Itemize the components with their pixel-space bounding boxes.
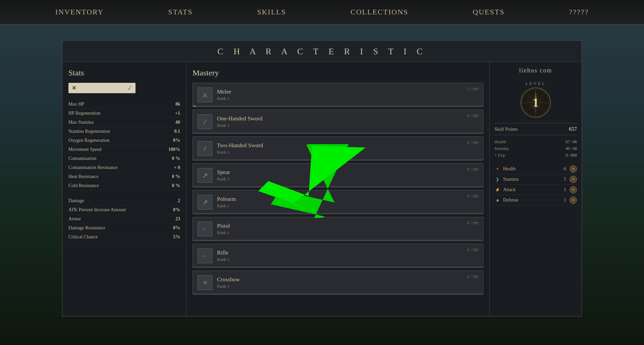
mastery-info: Pistol Rank 1 xyxy=(217,223,478,235)
attributes-list: Health 6 + Stamina 5 + Attack 1 + Defens… xyxy=(494,164,577,206)
clear-icon: ✕ xyxy=(72,85,76,91)
mastery-progress: 0 / 100 xyxy=(467,113,478,118)
stat-name: Cold Resistance xyxy=(68,183,99,188)
mastery-item-melee[interactable]: Melee Rank 1 1 / 100 xyxy=(193,83,483,107)
mastery-name: Two-Handed Sword xyxy=(217,142,478,149)
resource-row: Stamina 40 / 40 xyxy=(494,146,577,151)
panel-body: Stats ✕ 🖊 Max HP 86 HP Regeneration +1 M… xyxy=(62,62,582,316)
attr-name: Health xyxy=(503,166,564,172)
stat-row: Oxygen Regeneration 0% xyxy=(68,136,180,145)
stat-value: 0% xyxy=(173,225,180,231)
resource-bars: Health 67 / 86 Stamina 40 / 40 + Exp 0 /… xyxy=(494,139,577,159)
stat-value: 0% xyxy=(173,207,180,213)
stat-row: Max HP 86 xyxy=(68,100,180,109)
resource-value: 0 / 800 xyxy=(566,153,577,158)
stat-row: Contamination 0 % xyxy=(68,154,180,163)
panel-title: C H A R A C T E R I S T I C xyxy=(62,41,582,62)
mastery-progress: 0 / 100 xyxy=(467,194,478,199)
stats-column: Stats ✕ 🖊 Max HP 86 HP Regeneration +1 M… xyxy=(62,62,186,316)
stat-row: Stamina Regeneration 0.1 xyxy=(68,127,180,136)
attr-plus-button[interactable]: + xyxy=(570,165,577,173)
stat-value: 0.1 xyxy=(174,129,180,134)
mastery-progress: 0 / 100 xyxy=(467,221,478,226)
stat-row: ATK Percent Increase Amount 0% xyxy=(68,206,180,215)
attribute-row-stamina: Stamina 5 + xyxy=(494,174,577,185)
mastery-item-one-handed-sword[interactable]: One-Handed Sword Rank 1 0 / 100 xyxy=(193,110,483,134)
mastery-info: Melee Rank 1 xyxy=(217,89,478,101)
skill-points-value: 657 xyxy=(569,126,577,132)
stat-name: Contamination xyxy=(68,156,96,161)
mastery-progress: 0 / 100 xyxy=(467,140,478,145)
mastery-icon-pistol xyxy=(198,222,212,236)
mastery-bar-fill xyxy=(193,106,196,107)
stat-name: Stamina Regeneration xyxy=(68,129,110,134)
stat-value: 100% xyxy=(168,147,180,152)
stat-name: Damage xyxy=(68,198,84,204)
mastery-bar xyxy=(193,132,483,133)
mastery-info: Polearm Rank 1 xyxy=(217,196,478,209)
attr-value: 1 xyxy=(564,187,566,192)
stat-row: Critical Chance 5% xyxy=(68,233,180,242)
stat-value: 23 xyxy=(175,216,180,222)
mastery-rank: Rank 1 xyxy=(217,176,478,182)
stat-name: Oxygen Regeneration xyxy=(68,138,109,143)
mastery-item-pistol[interactable]: Pistol Rank 1 0 / 100 xyxy=(193,217,483,241)
stat-name: Heat Resistance xyxy=(68,174,99,179)
nav-item-stats[interactable]: Stats xyxy=(163,5,198,19)
mastery-icon-symbol xyxy=(202,198,208,206)
stat-name: ATK Percent Increase Amount xyxy=(68,207,126,213)
stat-value: + 0 xyxy=(174,165,180,170)
stat-row: Contamination Resistance + 0 xyxy=(68,163,180,172)
search-bar[interactable]: ✕ 🖊 xyxy=(68,83,136,93)
resource-label: + Exp xyxy=(494,153,515,158)
nav-item-collections[interactable]: Collections xyxy=(345,5,414,19)
mastery-bar xyxy=(193,186,483,187)
level-label: LEVEL xyxy=(525,81,546,86)
mastery-icon-two-handed-sword xyxy=(198,141,212,156)
mastery-item-two-handed-sword[interactable]: Two-Handed Sword Rank 1 0 / 100 xyxy=(193,136,483,161)
stats-list: Max HP 86 HP Regeneration +1 Max Stamina… xyxy=(68,100,180,242)
nav-item-inventory[interactable]: Inventory xyxy=(50,5,109,19)
nav-item-unknown[interactable]: ????? xyxy=(564,5,594,19)
stat-value: 0% xyxy=(173,138,180,143)
stat-value: 0 % xyxy=(172,174,180,179)
mastery-name: Spear xyxy=(217,169,478,176)
mastery-bar xyxy=(193,293,483,294)
mastery-icon-rifle xyxy=(198,248,212,263)
resource-row: Health 67 / 86 xyxy=(494,139,577,145)
attr-icon xyxy=(494,187,500,193)
attr-plus-button[interactable]: + xyxy=(570,196,577,204)
stat-name: Damage Resistance xyxy=(68,225,105,231)
mastery-name: Melee xyxy=(217,89,478,95)
stat-name: Armor xyxy=(68,216,81,222)
attr-icon xyxy=(494,176,500,182)
attr-plus-button[interactable]: + xyxy=(570,186,577,193)
mastery-rank: Rank 1 xyxy=(217,96,478,101)
attr-icon xyxy=(494,166,500,172)
mastery-progress: 0 / 100 xyxy=(467,274,478,279)
mastery-rank: Rank 1 xyxy=(217,123,478,128)
mastery-rank: Rank 1 xyxy=(217,203,478,209)
mastery-item-crossbow[interactable]: Crossbow Rank 1 0 / 100 xyxy=(193,271,483,295)
mastery-list: Melee Rank 1 1 / 100 One-Handed Sword Ra… xyxy=(193,83,483,295)
resource-value: 40 / 40 xyxy=(566,146,577,151)
stat-name: Contamination Resistance xyxy=(68,165,118,170)
level-display: LEVEL 1 xyxy=(494,81,577,118)
mastery-item-rifle[interactable]: Rifle Rank 1 0 / 100 xyxy=(193,244,483,268)
mastery-icon-crossbow xyxy=(198,275,212,290)
stat-row: HP Regeneration +1 xyxy=(68,109,180,118)
stats-spacer xyxy=(68,190,180,196)
mastery-info: Two-Handed Sword Rank 1 xyxy=(217,142,478,155)
nav-item-skills[interactable]: Skills xyxy=(252,5,291,19)
stat-row: Cold Resistance 0 % xyxy=(68,181,180,190)
mastery-name: Pistol xyxy=(217,223,478,229)
mastery-icon-symbol xyxy=(203,252,207,260)
mastery-icon-symbol xyxy=(203,280,207,286)
stats-title: Stats xyxy=(68,68,180,77)
attr-plus-button[interactable]: + xyxy=(570,176,577,183)
nav-item-quests[interactable]: Quests xyxy=(467,5,510,19)
stat-name: Critical Chance xyxy=(68,234,98,240)
mastery-item-spear[interactable]: Spear Rank 1 0 / 100 xyxy=(193,163,483,187)
mastery-name: Crossbow xyxy=(217,276,478,283)
mastery-item-polearm[interactable]: Polearm Rank 1 0 / 100 xyxy=(193,190,483,214)
